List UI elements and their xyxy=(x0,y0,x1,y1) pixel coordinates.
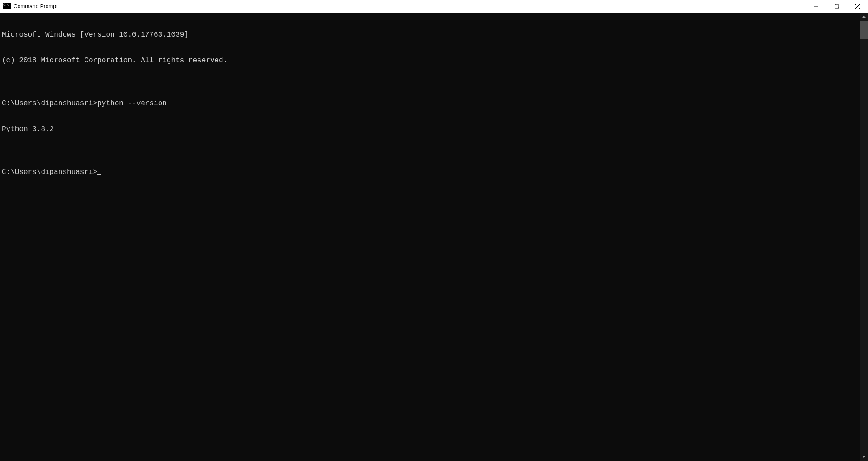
scroll-up-arrow[interactable] xyxy=(860,13,868,21)
svg-marker-4 xyxy=(862,16,866,18)
scrollbar-thumb[interactable] xyxy=(860,21,868,39)
terminal-line: Python 3.8.2 xyxy=(2,125,858,134)
window-controls xyxy=(806,0,868,13)
command-text: python --version xyxy=(97,99,167,108)
maximize-button[interactable] xyxy=(826,0,847,13)
chevron-up-icon xyxy=(862,16,866,18)
minimize-icon xyxy=(814,4,818,9)
chevron-down-icon xyxy=(862,456,866,458)
titlebar[interactable]: Command Prompt xyxy=(0,0,868,13)
terminal-area[interactable]: Microsoft Windows [Version 10.0.17763.10… xyxy=(0,13,868,461)
vertical-scrollbar[interactable] xyxy=(860,13,868,461)
maximize-icon xyxy=(835,4,839,9)
terminal-line: C:\Users\dipanshuasri> xyxy=(2,168,858,177)
cursor xyxy=(97,174,101,175)
scroll-down-arrow[interactable] xyxy=(860,453,868,461)
window-title: Command Prompt xyxy=(14,3,57,9)
terminal-line: (c) 2018 Microsoft Corporation. All righ… xyxy=(2,56,858,65)
close-icon xyxy=(855,4,860,9)
prompt-text: C:\Users\dipanshuasri> xyxy=(2,168,97,176)
terminal-line: Microsoft Windows [Version 10.0.17763.10… xyxy=(2,31,858,39)
close-button[interactable] xyxy=(847,0,868,13)
svg-marker-5 xyxy=(862,456,866,458)
terminal-output[interactable]: Microsoft Windows [Version 10.0.17763.10… xyxy=(0,13,860,461)
svg-rect-1 xyxy=(835,5,838,9)
prompt-text: C:\Users\dipanshuasri> xyxy=(2,99,97,108)
cmd-icon xyxy=(3,3,11,9)
minimize-button[interactable] xyxy=(806,0,826,13)
terminal-line: C:\Users\dipanshuasri>python --version xyxy=(2,99,858,108)
